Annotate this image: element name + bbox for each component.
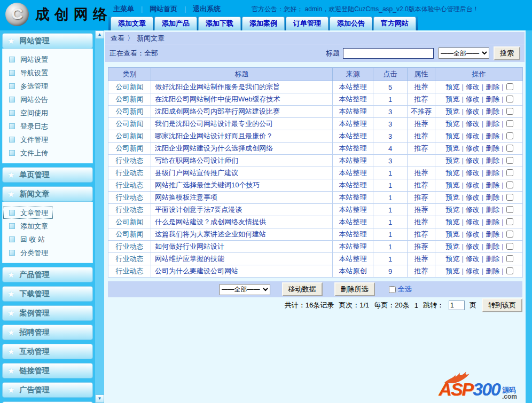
row-checkbox[interactable] (506, 132, 513, 139)
row-checkbox[interactable] (506, 145, 513, 152)
edit-link[interactable]: 修改 (466, 206, 480, 214)
row-checkbox[interactable] (506, 83, 513, 90)
preview-link[interactable]: 预览 (445, 83, 459, 91)
preview-link[interactable]: 预览 (445, 169, 459, 177)
title-cell[interactable]: 网站推广选择最佳关键词10个技巧 (151, 179, 333, 192)
edit-link[interactable]: 修改 (466, 132, 480, 140)
title-cell[interactable]: 做好沈阳企业网站制作服务是我们的宗旨 (151, 81, 333, 93)
delete-link[interactable]: 删除 (486, 132, 499, 140)
preview-link[interactable]: 预览 (445, 156, 459, 164)
row-checkbox[interactable] (506, 96, 513, 102)
page-number-link[interactable]: 1 (414, 302, 418, 310)
edit-link[interactable]: 修改 (466, 181, 480, 189)
sidebar-item[interactable]: 登录日志 (3, 120, 92, 133)
jump-page-input[interactable] (449, 301, 465, 310)
edit-link[interactable]: 修改 (466, 120, 480, 128)
edit-link[interactable]: 修改 (466, 242, 480, 250)
edit-link[interactable]: 修改 (466, 95, 480, 103)
breadcrumb-section[interactable]: 查看 (111, 34, 124, 42)
top-menu-item-3[interactable]: 退出系统 (193, 4, 221, 14)
edit-link[interactable]: 修改 (466, 83, 480, 91)
row-checkbox[interactable] (506, 169, 513, 176)
tab-6[interactable]: 添加公告 (330, 17, 372, 30)
delete-link[interactable]: 删除 (486, 267, 499, 275)
preview-link[interactable]: 预览 (445, 120, 459, 128)
delete-selected-button[interactable]: 删除所选 (334, 282, 375, 296)
delete-link[interactable]: 删除 (486, 230, 499, 238)
row-checkbox[interactable] (506, 243, 513, 250)
row-checkbox[interactable] (506, 218, 513, 225)
sidebar-item[interactable]: 回 收 站 (3, 233, 92, 246)
tab-5[interactable]: 订单管理 (286, 17, 328, 30)
title-cell[interactable]: 公司为什么要建设公司网站 (151, 265, 333, 278)
delete-link[interactable]: 删除 (486, 255, 499, 263)
sidebar-section-header[interactable]: ★下载管理 (2, 286, 93, 302)
preview-link[interactable]: 预览 (445, 107, 459, 115)
title-cell[interactable]: 县级门户网站宣传推广建议 (151, 167, 333, 179)
title-cell[interactable]: 沈阳成创网络公司内部举行网站建设比赛 (151, 106, 333, 118)
title-cell[interactable]: 什么是网站建设？成创网络友情提供 (151, 216, 333, 228)
preview-link[interactable]: 预览 (445, 132, 459, 140)
preview-link[interactable]: 预览 (445, 206, 459, 214)
batch-category-select[interactable]: ——全部—— (219, 284, 270, 295)
sidebar-item[interactable]: 导航设置 (3, 66, 92, 80)
title-cell[interactable]: 我们是沈阳公司网站设计最专业的公司 (151, 118, 333, 130)
title-cell[interactable]: 如何做好行业网站设计 (151, 241, 333, 253)
sidebar-scrollbar[interactable]: ▲ ▼ (95, 30, 104, 403)
sidebar-item[interactable]: 网站公告 (3, 93, 92, 106)
preview-link[interactable]: 预览 (445, 267, 459, 275)
title-cell[interactable]: 网站维护应掌握的技能 (151, 253, 333, 265)
top-menu-item-2[interactable]: 网站首页 (150, 4, 177, 14)
title-cell[interactable]: 平面设计创意手法7要点漫谈 (151, 204, 333, 216)
move-data-button[interactable]: 移动数据 (282, 282, 323, 296)
edit-link[interactable]: 修改 (466, 255, 480, 263)
delete-link[interactable]: 删除 (486, 242, 499, 250)
sidebar-section-header[interactable]: ★新闻文章 (2, 186, 93, 202)
title-cell[interactable]: 在沈阳公司网站制作中使用Web缓存技术 (151, 93, 333, 106)
preview-link[interactable]: 预览 (445, 144, 459, 152)
sidebar-section-header[interactable]: ★招聘管理 (2, 325, 93, 340)
title-cell[interactable]: 写给在职网络公司设计师们 (151, 155, 333, 167)
preview-link[interactable]: 预览 (445, 242, 459, 250)
delete-link[interactable]: 删除 (486, 206, 499, 214)
title-cell[interactable]: 沈阳企业网站建设为什么选择成创网络 (151, 143, 333, 155)
category-filter-select[interactable]: ——全部—— (438, 48, 489, 59)
edit-link[interactable]: 修改 (466, 230, 480, 238)
sidebar-item[interactable]: 文章管理 (3, 206, 53, 219)
delete-link[interactable]: 删除 (486, 144, 499, 152)
sidebar-item[interactable]: 空间使用 (3, 106, 92, 120)
sidebar-item[interactable]: 网站设置 (3, 53, 92, 66)
delete-link[interactable]: 删除 (486, 107, 499, 115)
row-checkbox[interactable] (506, 267, 513, 274)
sidebar-section-header[interactable]: ★单页管理 (2, 167, 93, 183)
title-cell[interactable]: 网站换模板注意事项 (151, 192, 333, 204)
row-checkbox[interactable] (506, 206, 513, 213)
title-cell[interactable]: 哪家沈阳企业网站设计好而且最廉价？ (151, 130, 333, 143)
row-checkbox[interactable] (506, 231, 513, 238)
sidebar-item[interactable]: 文件上传 (3, 146, 92, 160)
top-menu-item-1[interactable]: 主菜单 (113, 4, 134, 14)
edit-link[interactable]: 修改 (466, 218, 480, 226)
scroll-up-icon[interactable]: ▲ (95, 30, 104, 39)
preview-link[interactable]: 预览 (445, 193, 459, 201)
sidebar-section-header[interactable]: ★案例管理 (2, 305, 93, 321)
edit-link[interactable]: 修改 (466, 169, 480, 177)
delete-link[interactable]: 删除 (486, 181, 499, 189)
edit-link[interactable]: 修改 (466, 107, 480, 115)
edit-link[interactable]: 修改 (466, 144, 480, 152)
sidebar-item[interactable]: 分类管理 (3, 246, 92, 259)
tab-3[interactable]: 添加下载 (198, 17, 241, 30)
edit-link[interactable]: 修改 (466, 267, 480, 275)
delete-link[interactable]: 删除 (486, 169, 499, 177)
sidebar-section-header[interactable]: ★网站管理 (2, 33, 93, 49)
row-checkbox[interactable] (506, 181, 513, 188)
row-checkbox[interactable] (506, 255, 513, 262)
title-cell[interactable]: 这篇我们将为大家讲述企业如何建站 (151, 228, 333, 241)
row-checkbox[interactable] (506, 194, 513, 201)
select-all-checkbox[interactable] (389, 286, 396, 293)
sidebar-item[interactable]: 文件管理 (3, 133, 92, 146)
tab-4[interactable]: 添加案例 (242, 17, 285, 30)
select-all[interactable]: 全选 (389, 285, 412, 294)
tab-2[interactable]: 添加产品 (154, 17, 197, 30)
delete-link[interactable]: 删除 (486, 120, 499, 128)
